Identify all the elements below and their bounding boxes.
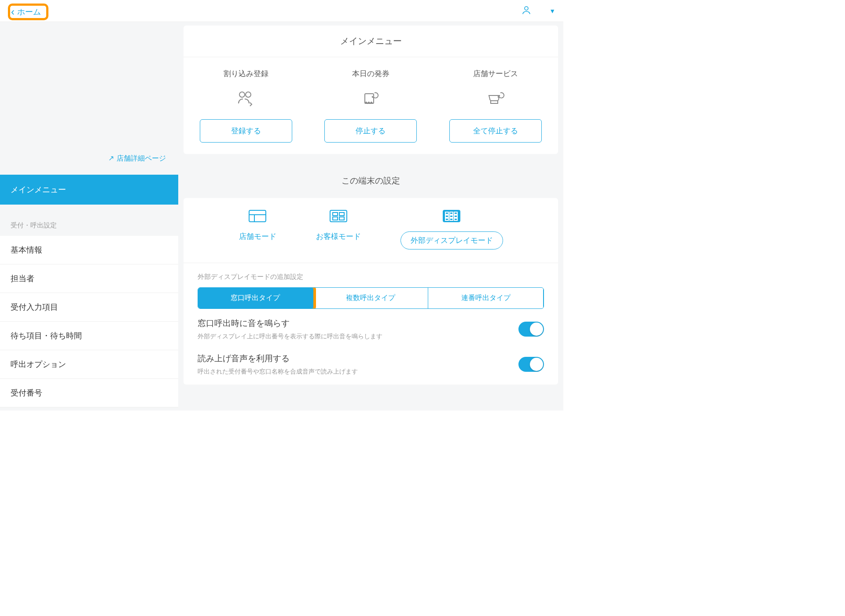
- topbar: ‹ ホーム ▼: [0, 0, 563, 22]
- svg-rect-9: [339, 213, 344, 216]
- sidebar-item-reception-fields[interactable]: 受付入力項目: [0, 293, 178, 322]
- setting-row-tts: 読み上げ音声を利用する 呼出された受付番号や窓口名称を合成音声で読み上げます: [184, 344, 558, 379]
- svg-rect-8: [333, 213, 338, 216]
- external-display-mode-icon: [400, 208, 503, 224]
- toggle-sound[interactable]: [518, 322, 544, 337]
- main-menu-title: メインメニュー: [184, 26, 558, 57]
- mode-external-display[interactable]: 外部ディスプレイモード: [400, 208, 503, 249]
- sidebar: ↗店舗詳細ページ メインメニュー 受付・呼出設定 基本情報 担当者 受付入力項目…: [0, 22, 178, 411]
- sidebar-item-basic-info[interactable]: 基本情報: [0, 236, 178, 264]
- svg-point-2: [246, 92, 251, 97]
- setting-title: 窓口呼出時に音を鳴らす: [198, 318, 382, 329]
- sidebar-item-reception-number[interactable]: 受付番号: [0, 379, 178, 407]
- seg-window-call[interactable]: 窓口呼出タイプ: [198, 288, 313, 308]
- sidebar-item-main-menu[interactable]: メインメニュー: [0, 175, 178, 205]
- external-display-subtitle: 外部ディスプレイモードの追加設定: [184, 263, 558, 287]
- setting-title: 読み上げ音声を利用する: [198, 353, 358, 364]
- ticket-refresh-icon: [322, 88, 419, 109]
- sidebar-item-wait[interactable]: 待ち項目・待ち時間: [0, 322, 178, 350]
- device-section-title: この端末の設定: [178, 165, 563, 194]
- back-button[interactable]: ‹ ホーム: [8, 4, 48, 20]
- main: メインメニュー 割り込み登録 登録する 本日の発券: [178, 22, 563, 411]
- user-icon[interactable]: [521, 5, 532, 17]
- setting-desc: 外部ディスプレイ上に呼出番号を表示する際に呼出音を鳴らします: [198, 333, 382, 341]
- mode-row: 店舗モード お客様モード 外部ディスプレイモード: [184, 198, 558, 263]
- store-refresh-icon: [447, 88, 544, 109]
- chevron-left-icon: ‹: [11, 7, 15, 17]
- store-detail-link[interactable]: ↗店舗詳細ページ: [0, 150, 178, 175]
- chevron-down-icon[interactable]: ▼: [549, 7, 555, 15]
- mode-customer[interactable]: お客様モード: [316, 208, 361, 249]
- device-card: 店舗モード お客様モード 外部ディスプレイモード 外部ディスプレイモードの追加設…: [184, 198, 558, 385]
- sidebar-section-label: 受付・呼出設定: [0, 205, 178, 236]
- svg-rect-10: [333, 217, 338, 220]
- main-menu-card: メインメニュー 割り込み登録 登録する 本日の発券: [184, 26, 558, 154]
- svg-point-1: [239, 92, 245, 97]
- segmented-control: 窓口呼出タイプ 複数呼出タイプ 連番呼出タイプ: [198, 287, 544, 309]
- sidebar-item-staff[interactable]: 担当者: [0, 264, 178, 293]
- sidebar-item-call-options[interactable]: 呼出オプション: [0, 350, 178, 379]
- seg-serial-call[interactable]: 連番呼出タイプ: [428, 288, 544, 308]
- stop-button[interactable]: 停止する: [324, 119, 417, 143]
- setting-desc: 呼出された受付番号や窓口名称を合成音声で読み上げます: [198, 368, 358, 376]
- menu-col-ticket: 本日の発券 停止する: [322, 69, 419, 143]
- register-button[interactable]: 登録する: [200, 119, 292, 143]
- external-link-icon: ↗: [108, 154, 114, 162]
- store-mode-icon: [239, 208, 276, 224]
- svg-rect-4: [249, 210, 266, 222]
- stop-all-button[interactable]: 全て停止する: [449, 119, 542, 143]
- mode-store[interactable]: 店舗モード: [239, 208, 276, 249]
- svg-point-0: [525, 7, 528, 10]
- menu-col-store-service: 店舗サービス 全て停止する: [447, 69, 544, 143]
- customer-mode-icon: [316, 208, 361, 224]
- users-refresh-icon: [198, 88, 294, 109]
- topbar-right: ▼: [521, 5, 555, 17]
- seg-multi-call[interactable]: 複数呼出タイプ: [313, 288, 429, 308]
- toggle-tts[interactable]: [518, 357, 544, 372]
- back-label: ホーム: [17, 7, 41, 17]
- setting-row-sound: 窓口呼出時に音を鳴らす 外部ディスプレイ上に呼出番号を表示する際に呼出音を鳴らし…: [184, 309, 558, 344]
- svg-rect-11: [339, 217, 344, 220]
- menu-col-interrupt: 割り込み登録 登録する: [198, 69, 294, 143]
